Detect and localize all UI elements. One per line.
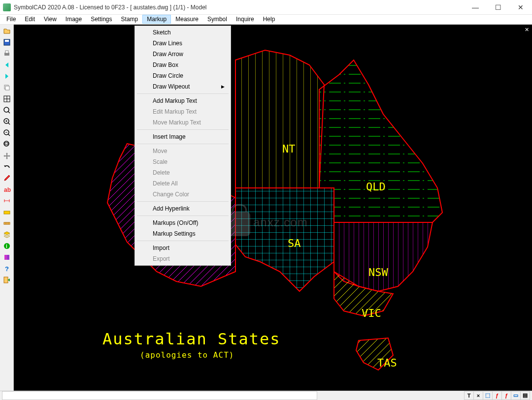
tool-zoom-extents[interactable] (1, 105, 13, 116)
menuitem-change-color: Change Color (136, 189, 230, 200)
svg-rect-1 (5, 40, 9, 42)
menuitem-delete: Delete (136, 167, 230, 178)
menu-separator (137, 201, 229, 202)
menuitem-scale: Scale (136, 156, 230, 167)
tool-back[interactable] (1, 60, 13, 70)
menu-file[interactable]: File (2, 15, 20, 24)
menuitem-edit-markup-text: Edit Markup Text (136, 106, 230, 117)
statusbar: T×⬚ƒƒ▭▤ (0, 391, 532, 400)
state-qld (319, 60, 442, 222)
state-label-nt: NT (282, 143, 296, 155)
maximize-button[interactable]: ☐ (487, 0, 509, 15)
canvas-close-icon[interactable]: ✕ (525, 27, 529, 33)
app-icon (3, 3, 11, 11)
tool-zoom-window[interactable] (1, 139, 13, 150)
menuitem-add-hyperlink[interactable]: Add Hyperlink (136, 203, 230, 214)
menuitem-draw-box[interactable]: Draw Box (136, 60, 230, 70)
close-button[interactable]: ✕ (509, 0, 532, 15)
status-icon-0[interactable]: T (464, 391, 474, 400)
menu-markup[interactable]: Markup (142, 15, 171, 24)
window-title: SymbolCAD 2020 A.08 - Licensed to 0F23 -… (14, 4, 464, 11)
status-icon-1[interactable]: × (473, 391, 483, 400)
menuitem-insert-image[interactable]: Insert Image (136, 131, 230, 142)
svg-text:ab: ab (4, 186, 11, 193)
menu-settings[interactable]: Settings (86, 15, 116, 24)
menu-symbol[interactable]: Symbol (203, 15, 232, 24)
state-label-vic: VIC (362, 307, 381, 319)
menu-measure[interactable]: Measure (171, 15, 203, 24)
tool-forward[interactable] (1, 71, 13, 82)
markup-dropdown: SketchDraw LinesDraw ArrowDraw BoxDraw C… (134, 26, 231, 266)
status-icon-3[interactable]: ƒ (492, 391, 502, 400)
svg-rect-3 (5, 51, 8, 53)
menu-separator (137, 215, 229, 216)
menuitem-move: Move (136, 146, 230, 156)
tool-exit[interactable] (1, 275, 13, 285)
tool-dimension[interactable] (1, 195, 13, 206)
map-subtitle: (apologies to ACT) (140, 350, 234, 360)
menuitem-delete-all: Delete All (136, 178, 230, 189)
tool-copy[interactable] (1, 82, 13, 93)
canvas[interactable]: ✕ (14, 25, 532, 391)
svg-text:?: ? (5, 265, 9, 273)
tool-book[interactable] (1, 252, 13, 263)
submenu-arrow-icon: ▶ (221, 84, 225, 89)
svg-line-10 (8, 111, 10, 113)
menu-inquire[interactable]: Inquire (232, 15, 259, 24)
state-label-qld: QLD (366, 181, 386, 193)
menuitem-draw-wipeout[interactable]: Draw Wipeout▶ (136, 81, 230, 92)
menu-image[interactable]: Image (61, 15, 86, 24)
tool-layers[interactable] (1, 229, 13, 240)
menu-edit[interactable]: Edit (20, 15, 39, 24)
tool-open[interactable] (1, 26, 13, 36)
menuitem-markups-on-off-[interactable]: Markups (On/Off) (136, 217, 230, 228)
state-label-sa: SA (288, 237, 301, 249)
status-icon-5[interactable]: ▭ (511, 391, 521, 400)
tool-zoom-in[interactable] (1, 116, 13, 127)
command-input[interactable] (2, 391, 317, 400)
svg-rect-24 (4, 211, 10, 214)
menu-help[interactable]: Help (259, 15, 280, 24)
menuitem-move-markup-text: Move Markup Text (136, 117, 230, 128)
tool-print[interactable] (1, 48, 13, 59)
tool-undo[interactable] (1, 161, 13, 172)
menuitem-sketch[interactable]: Sketch (136, 27, 230, 38)
main-area: abi? ✕ (0, 25, 532, 391)
svg-text:i: i (6, 244, 7, 249)
state-label-nsw: NSW (368, 266, 388, 278)
status-icon-2[interactable]: ⬚ (483, 391, 493, 400)
status-icon-6[interactable]: ▤ (520, 391, 530, 400)
menuitem-draw-circle[interactable]: Draw Circle (136, 70, 230, 81)
tool-pan[interactable] (1, 150, 13, 161)
tool-info[interactable]: i (1, 241, 13, 251)
tool-measure[interactable] (1, 218, 13, 229)
menu-stamp[interactable]: Stamp (117, 15, 143, 24)
svg-rect-32 (4, 277, 8, 283)
tool-markup-toggle[interactable] (1, 207, 13, 217)
state-nt (235, 50, 324, 188)
svg-line-16 (8, 134, 10, 136)
menu-view[interactable]: View (39, 15, 61, 24)
menuitem-markup-settings[interactable]: Markup Settings (136, 228, 230, 239)
tool-pencil[interactable] (1, 173, 13, 184)
menuitem-add-markup-text[interactable]: Add Markup Text (136, 95, 230, 106)
status-icon-4[interactable]: ƒ (501, 391, 511, 400)
titlebar: SymbolCAD 2020 A.08 - Licensed to 0F23 -… (0, 0, 532, 15)
minimize-button[interactable]: — (464, 0, 487, 15)
tool-grid[interactable] (1, 93, 13, 104)
menuitem-draw-lines[interactable]: Draw Lines (136, 38, 230, 49)
tool-text[interactable]: ab (1, 184, 13, 195)
menu-separator (137, 93, 229, 94)
menuitem-import[interactable]: Import (136, 243, 230, 253)
menuitem-export: Export (136, 253, 230, 264)
menuitem-draw-arrow[interactable]: Draw Arrow (136, 49, 230, 60)
tool-help[interactable]: ? (1, 263, 13, 274)
svg-rect-5 (5, 86, 9, 90)
tool-zoom-out[interactable] (1, 127, 13, 138)
map-title: Australian States (102, 330, 281, 348)
svg-line-12 (8, 123, 10, 124)
tool-save[interactable] (1, 37, 13, 48)
menu-separator (137, 241, 229, 241)
state-label-tas: TAS (377, 357, 397, 369)
menu-separator (137, 144, 229, 144)
